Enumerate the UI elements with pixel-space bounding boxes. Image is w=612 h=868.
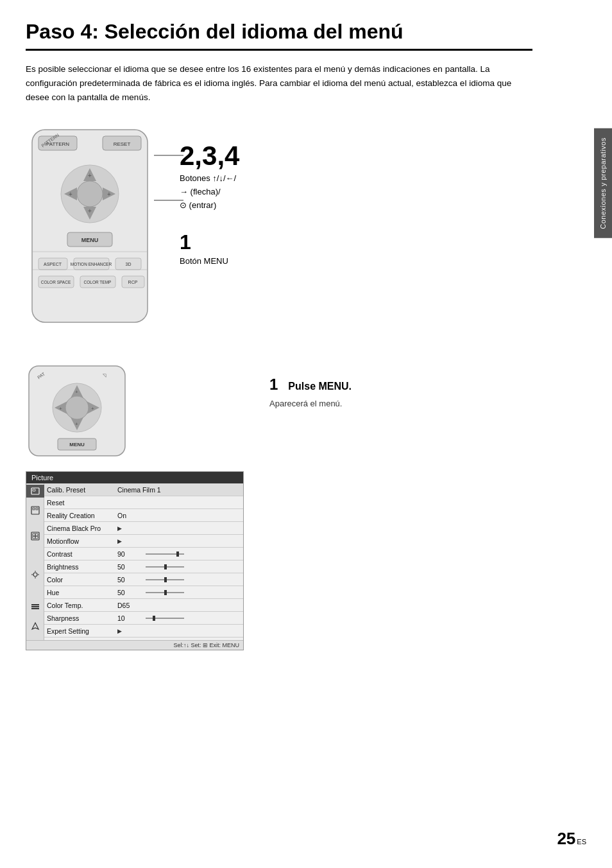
menu-body: Calib. Preset Cinema Film 1 Reset Realit… — [26, 483, 243, 640]
bottom-section: PAT ◹ + + + + MENU — [26, 363, 532, 650]
svg-text:+: + — [75, 389, 78, 395]
step-234-number: 2,3,4 — [180, 143, 239, 169]
side-tab: Conexiones y preparativos — [594, 128, 612, 238]
menu-row-reality: Reality Creation On — [44, 509, 243, 522]
top-section: PATTERN RESET PATTERN + + — [26, 123, 532, 331]
menu-icon-motionflow — [26, 523, 44, 549]
svg-text:3D: 3D — [126, 262, 132, 266]
page-number: 25 — [557, 829, 575, 849]
step-1-number: 1 — [180, 232, 239, 252]
left-column: PAT ◹ + + + + MENU — [26, 363, 244, 650]
svg-text:COLOR SPACE: COLOR SPACE — [41, 280, 71, 284]
menu-icons-col — [26, 483, 44, 640]
svg-point-42 — [65, 396, 89, 419]
page-suffix: ES — [577, 838, 586, 846]
step-234-label: 2,3,4 Botones ↑/↓/←/ → (flecha)/ ⊙ (entr… — [180, 143, 239, 212]
page-title: Paso 4: Selección del idioma del menú — [26, 19, 532, 51]
svg-text:MENU: MENU — [69, 442, 85, 447]
step-labels: 2,3,4 Botones ↑/↓/←/ → (flecha)/ ⊙ (entr… — [180, 123, 239, 268]
svg-text:+: + — [91, 406, 94, 412]
bottom-step-title: Pulse MENU. — [288, 381, 352, 392]
svg-text:+: + — [88, 172, 92, 179]
svg-text:MENU: MENU — [81, 237, 99, 243]
svg-text:+: + — [69, 191, 72, 198]
svg-rect-58 — [35, 536, 38, 539]
bottom-step-number: 1 — [269, 376, 278, 394]
svg-text:MOTION ENHANCER: MOTION ENHANCER — [71, 262, 112, 266]
svg-rect-0 — [32, 130, 148, 322]
svg-text:+: + — [59, 406, 62, 412]
intro-text: Es posible seleccionar el idioma que se … — [26, 62, 532, 104]
svg-text:ASPECT: ASPECT — [44, 262, 62, 266]
svg-point-59 — [33, 573, 37, 577]
menu-row-motionflow: Motionflow ▶ — [44, 535, 243, 548]
page-number-area: 25 ES — [557, 829, 586, 849]
menu-icon-picture — [26, 485, 44, 498]
menu-row-cinema-black: Cinema Black Pro ▶ — [44, 522, 243, 535]
menu-header: Picture — [26, 472, 243, 483]
svg-text:+: + — [75, 421, 78, 427]
remote-small-illustration: PAT ◹ + + + + MENU — [26, 363, 128, 461]
svg-rect-57 — [33, 536, 35, 539]
svg-text:COLOR TEMP: COLOR TEMP — [84, 280, 112, 284]
menu-row-brightness: Brightness 50 — [44, 560, 243, 573]
svg-rect-55 — [33, 534, 35, 536]
menu-row-contrast: Contrast 90 — [44, 548, 243, 560]
menu-row-hue: Hue 50 — [44, 586, 243, 599]
step-234-desc: Botones ↑/↓/←/ → (flecha)/ ⊙ (entrar) — [180, 172, 239, 212]
menu-row-color: Color 50 — [44, 573, 243, 586]
svg-rect-50 — [33, 489, 35, 491]
menu-icon-colortemp — [26, 600, 44, 613]
svg-rect-65 — [31, 606, 39, 607]
menu-rows: Calib. Preset Cinema Film 1 Reset Realit… — [44, 483, 243, 640]
svg-rect-56 — [35, 534, 38, 536]
svg-rect-64 — [31, 604, 39, 605]
menu-icon-brightness — [26, 549, 44, 600]
svg-rect-66 — [31, 608, 39, 609]
menu-row-sharpness: Sharpness 10 — [44, 612, 243, 625]
svg-text:+: + — [107, 191, 111, 198]
svg-text:RCP: RCP — [128, 280, 138, 284]
menu-screenshot: Picture — [26, 471, 244, 650]
svg-rect-53 — [36, 508, 38, 510]
menu-icon-sharpness — [26, 613, 44, 639]
step-1-info: 1 Pulse MENU. Aparecerá el menú. — [269, 363, 352, 408]
step-1-label: 1 Botón MENU — [180, 232, 239, 268]
svg-text:RESET: RESET — [114, 141, 131, 147]
svg-text:+: + — [88, 207, 92, 214]
remote-large-illustration: PATTERN RESET PATTERN + + — [26, 123, 154, 331]
svg-point-11 — [77, 181, 103, 207]
svg-rect-52 — [33, 508, 35, 510]
step-1-desc: Botón MENU — [180, 255, 239, 268]
menu-row-expert: Expert Setting ▶ — [44, 625, 243, 638]
menu-row-colortemp: Color Temp. D65 — [44, 599, 243, 612]
bottom-step-desc: Aparecerá el menú. — [269, 399, 352, 408]
menu-footer: Sel:↑↓ Set: ⊞ Exit: MENU — [26, 640, 243, 650]
menu-row-calib: Calib. Preset Cinema Film 1 — [44, 483, 243, 496]
menu-icon-reality — [26, 498, 44, 523]
menu-row-reset: Reset — [44, 496, 243, 509]
